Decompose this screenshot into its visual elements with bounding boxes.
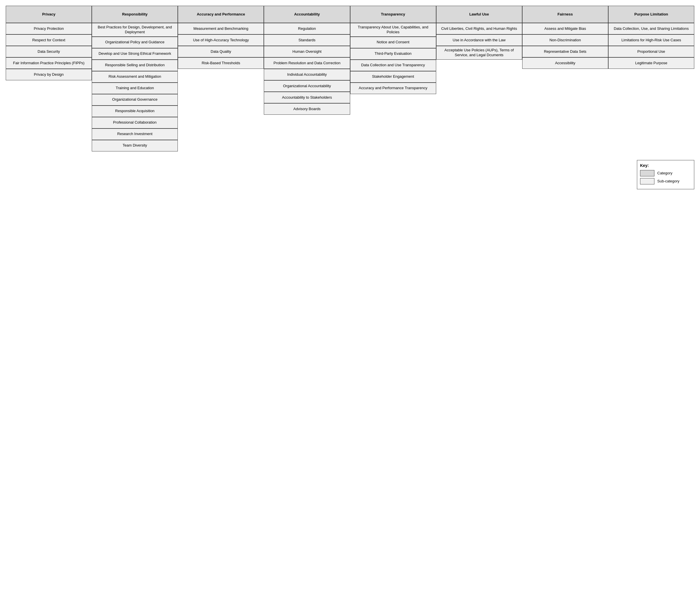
- cell-transparency-0: Transparency About Use, Capabilities, an…: [350, 23, 436, 37]
- column-purpose: Purpose LimitationData Collection, Use, …: [608, 6, 694, 151]
- cell-responsibility-7: Responsible Acquisition: [92, 106, 178, 117]
- cell-accountability-7: Advisory Boards: [264, 103, 350, 115]
- key-box: Key: Category Sub-category: [637, 160, 694, 189]
- cell-transparency-1: Notice and Consent: [350, 37, 436, 48]
- header-lawful: Lawful Use: [436, 6, 522, 23]
- cell-purpose-2: Proportional Use: [608, 46, 694, 58]
- cell-accountability-2: Human Oversight: [264, 46, 350, 58]
- cell-responsibility-8: Professional Collaboration: [92, 117, 178, 128]
- cell-accountability-3: Problem Resolution and Data Correction: [264, 58, 350, 69]
- column-responsibility: ResponsibilityBest Practices for Design,…: [92, 6, 178, 151]
- header-responsibility: Responsibility: [92, 6, 178, 23]
- column-lawful: Lawful UseCivil Liberties, Civil Rights,…: [436, 6, 522, 151]
- cell-privacy-1: Respect for Context: [6, 34, 92, 46]
- cell-accountability-5: Organizational Accountability: [264, 80, 350, 92]
- key-item-category: Category: [640, 170, 691, 176]
- cell-responsibility-1: Organizational Policy and Guidance: [92, 37, 178, 48]
- header-purpose: Purpose Limitation: [608, 6, 694, 23]
- cell-responsibility-9: Research Investment: [92, 128, 178, 140]
- column-privacy: PrivacyPrivacy ProtectionRespect for Con…: [6, 6, 92, 151]
- cell-lawful-0: Civil Liberties, Civil Rights, and Human…: [436, 23, 522, 34]
- cell-accountability-1: Standards: [264, 34, 350, 46]
- cell-lawful-1: Use in Accordance with the Law: [436, 34, 522, 46]
- cell-accuracy-0: Measurement and Benchmarking: [178, 23, 264, 34]
- cell-fairness-1: Non-Discrimination: [522, 34, 608, 46]
- column-accountability: AccountabilityRegulationStandardsHuman O…: [264, 6, 350, 151]
- header-accuracy: Accuracy and Performance: [178, 6, 264, 23]
- category-swatch: [640, 170, 654, 176]
- column-transparency: TransparencyTransparency About Use, Capa…: [350, 6, 436, 151]
- column-fairness: FairnessAssess and Mitigate BiasNon-Disc…: [522, 6, 608, 151]
- cell-accountability-4: Individual Accountability: [264, 69, 350, 80]
- category-label: Category: [657, 171, 672, 175]
- cell-fairness-0: Assess and Mitigate Bias: [522, 23, 608, 34]
- header-privacy: Privacy: [6, 6, 92, 23]
- header-transparency: Transparency: [350, 6, 436, 23]
- cell-responsibility-6: Organizational Governance: [92, 94, 178, 106]
- cell-responsibility-10: Team Diversity: [92, 140, 178, 151]
- bottom-area: Key: Category Sub-category: [6, 151, 694, 189]
- cell-responsibility-0: Best Practices for Design, Development, …: [92, 23, 178, 37]
- cell-transparency-3: Data Collection and Use Transparency: [350, 60, 436, 71]
- cell-fairness-3: Accessibility: [522, 58, 608, 69]
- cell-responsibility-5: Training and Education: [92, 83, 178, 94]
- cell-transparency-4: Stakeholder Engagement: [350, 71, 436, 83]
- cell-privacy-0: Privacy Protection: [6, 23, 92, 34]
- cell-privacy-2: Data Security: [6, 46, 92, 58]
- cell-accountability-6: Accountability to Stakeholders: [264, 92, 350, 103]
- cell-responsibility-4: Risk Assessment and Mitigation: [92, 71, 178, 83]
- cell-accuracy-2: Data Quality: [178, 46, 264, 58]
- cell-transparency-2: Third-Party Evaluation: [350, 48, 436, 60]
- cell-purpose-3: Legitimate Purpose: [608, 58, 694, 69]
- cell-accuracy-3: Risk-Based Thresholds: [178, 58, 264, 69]
- subcategory-swatch: [640, 178, 654, 184]
- cell-responsibility-2: Develop and Use Strong Ethical Framework: [92, 48, 178, 60]
- column-accuracy: Accuracy and PerformanceMeasurement and …: [178, 6, 264, 151]
- cell-privacy-4: Privacy by Design: [6, 69, 92, 80]
- cell-fairness-2: Representative Data Sets: [522, 46, 608, 58]
- grid-table: PrivacyPrivacy ProtectionRespect for Con…: [6, 6, 694, 151]
- main-container: PrivacyPrivacy ProtectionRespect for Con…: [6, 6, 694, 189]
- key-item-subcategory: Sub-category: [640, 178, 691, 184]
- subcategory-label: Sub-category: [657, 179, 679, 183]
- cell-lawful-2: Acceptable Use Policies (AUPs), Terms of…: [436, 46, 522, 60]
- cell-responsibility-3: Responsible Selling and Distribution: [92, 60, 178, 71]
- header-accountability: Accountability: [264, 6, 350, 23]
- cell-accountability-0: Regulation: [264, 23, 350, 34]
- cell-purpose-1: Limitations for High-Risk Use Cases: [608, 34, 694, 46]
- cell-purpose-0: Data Collection, Use, and Sharing Limita…: [608, 23, 694, 34]
- header-fairness: Fairness: [522, 6, 608, 23]
- cell-accuracy-1: Use of High-Accuracy Technology: [178, 34, 264, 46]
- cell-privacy-3: Fair Information Practice Principles (FI…: [6, 58, 92, 69]
- key-title: Key:: [640, 163, 691, 168]
- cell-transparency-5: Accuracy and Performance Transparency: [350, 83, 436, 94]
